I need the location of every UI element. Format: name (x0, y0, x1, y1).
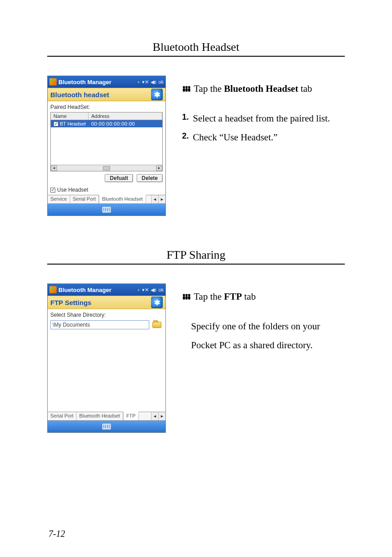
svg-point-6 (183, 294, 185, 296)
scroll-thumb[interactable] (103, 166, 110, 171)
bluetooth-icon: ✱ (151, 89, 163, 100)
grid-row[interactable]: ✓ BT Headset 00:00:00:00:00:00 (51, 120, 162, 127)
section-title-ftp: FTP Sharing (47, 248, 345, 265)
scroll-left-icon[interactable]: ◄ (51, 166, 57, 171)
keyboard-icon[interactable] (102, 207, 111, 213)
row-name: BT Headset (60, 121, 86, 126)
signal-icon: ▾✕ (142, 79, 149, 85)
keyboard-icon[interactable] (102, 423, 111, 430)
speaker-icon: ◀ε (151, 287, 156, 293)
paired-headset-grid[interactable]: Name Address ✓ BT Headset 00:00:00:00:00… (50, 112, 163, 171)
lead-line-2: Tap the FTP tab (182, 287, 345, 306)
titlebar-title: Bluetooth Manager (58, 79, 135, 85)
step-1-text: Select a headset from the paired list. (193, 109, 330, 128)
bluetooth-icon: ✱ (151, 296, 163, 308)
tab-scroll-left-icon[interactable]: ◄ (151, 412, 158, 420)
lead-suffix: tab (242, 291, 256, 302)
step-1: 1.Select a headset from the paired list. (182, 109, 345, 128)
signal-icon: ▾✕ (142, 287, 149, 293)
lead-prefix: Tap the (194, 83, 224, 94)
device-bluetooth-headset: Bluetooth Manager ⋆ ▾✕ ◀ε ok Bluetooth h… (47, 76, 166, 216)
connectivity-icon: ⋆ (137, 287, 140, 293)
use-headset-checkbox[interactable]: ✓ (50, 188, 55, 193)
ftp-description: Specify one of the folders on your Pocke… (182, 317, 345, 355)
tab-ftp[interactable]: FTP (123, 412, 139, 420)
titlebar: Bluetooth Manager ⋆ ▾✕ ◀ε ok (48, 284, 165, 296)
titlebar: Bluetooth Manager ⋆ ▾✕ ◀ε ok (48, 76, 165, 88)
tab-bluetooth-headset[interactable]: Bluetooth Headset (99, 195, 146, 203)
bottom-bar (48, 421, 165, 432)
tab-bar: Service Serial Port Bluetooth Headset ◄ … (48, 195, 165, 204)
tab-bluetooth-headset[interactable]: Bluetooth Headset (76, 412, 123, 420)
svg-rect-11 (188, 296, 190, 300)
svg-point-8 (186, 294, 188, 296)
tab-serial-port[interactable]: Serial Port (48, 412, 76, 420)
connectivity-icon: ⋆ (137, 79, 140, 85)
status-icons: ⋆ ▾✕ ◀ε ok (137, 287, 164, 293)
tab-scroll-right-icon[interactable]: ► (158, 412, 165, 420)
select-directory-label: Select Share Directory: (50, 312, 163, 318)
right-column-1: Tap the Bluetooth Headset tab 1.Select a… (182, 76, 345, 147)
titlebar-title: Bluetooth Manager (58, 287, 135, 293)
tab-service[interactable]: Service (48, 195, 70, 203)
delete-button[interactable]: Delete (137, 174, 163, 182)
subheader: Bluetooth headset ✱ (48, 88, 165, 101)
scroll-right-icon[interactable]: ► (156, 166, 162, 171)
device-ftp-settings: Bluetooth Manager ⋆ ▾✕ ◀ε ok FTP Setting… (47, 283, 166, 433)
tab-scroll-right-icon[interactable]: ► (158, 195, 165, 203)
browse-folder-button[interactable] (151, 320, 163, 330)
row-address: 00:00:00:00:00:00 (89, 120, 162, 127)
paired-headset-label: Paired HeadSet: (50, 104, 163, 110)
speaker-icon: ◀ε (151, 79, 156, 85)
share-directory-input[interactable] (50, 320, 149, 329)
svg-rect-9 (186, 296, 188, 300)
col-name[interactable]: Name (51, 112, 89, 120)
svg-point-2 (186, 86, 188, 88)
right-column-2: Tap the FTP tab Specify one of the folde… (182, 283, 345, 355)
subheader: FTP Settings ✱ (48, 296, 165, 309)
lead-prefix: Tap the (194, 291, 224, 302)
folder-icon (152, 322, 161, 328)
start-icon[interactable] (49, 78, 57, 85)
page-number: 7-12 (49, 529, 65, 539)
horizontal-scrollbar[interactable]: ◄ ► (51, 165, 162, 171)
ok-button[interactable]: ok (158, 79, 164, 85)
col-address[interactable]: Address (89, 112, 162, 120)
default-button[interactable]: Defualt (105, 174, 133, 182)
bottom-bar (48, 204, 165, 216)
lead-suffix: tab (298, 83, 312, 94)
lead-bold: Bluetooth Headset (224, 83, 298, 94)
svg-point-4 (188, 86, 190, 88)
start-icon[interactable] (49, 286, 57, 293)
tap-icon (182, 85, 191, 92)
status-icons: ⋆ ▾✕ ◀ε ok (137, 79, 164, 85)
subheader-title: Bluetooth headset (50, 91, 109, 99)
tab-serial-port[interactable]: Serial Port (70, 195, 99, 203)
section-title-bluetooth: Bluetooth Headset (47, 40, 345, 57)
lead-bold: FTP (224, 291, 242, 302)
svg-rect-3 (186, 88, 188, 92)
grid-header: Name Address (51, 112, 162, 120)
step-2: 2.Check “Use Headset.” (182, 128, 345, 147)
ok-button[interactable]: ok (158, 287, 164, 292)
tab-scroll-left-icon[interactable]: ◄ (151, 195, 158, 203)
svg-rect-7 (183, 296, 185, 300)
svg-point-10 (188, 294, 190, 296)
tap-icon (182, 293, 191, 300)
row-checkbox[interactable]: ✓ (53, 121, 58, 126)
svg-point-0 (183, 86, 185, 88)
svg-rect-1 (183, 88, 185, 92)
tab-bar: Serial Port Bluetooth Headset FTP ◄ ► (48, 412, 165, 421)
use-headset-label: Use Headset (57, 187, 88, 193)
lead-line-1: Tap the Bluetooth Headset tab (182, 79, 345, 98)
svg-rect-5 (188, 88, 190, 92)
subheader-title: FTP Settings (50, 299, 91, 306)
step-2-text: Check “Use Headset.” (193, 128, 277, 147)
